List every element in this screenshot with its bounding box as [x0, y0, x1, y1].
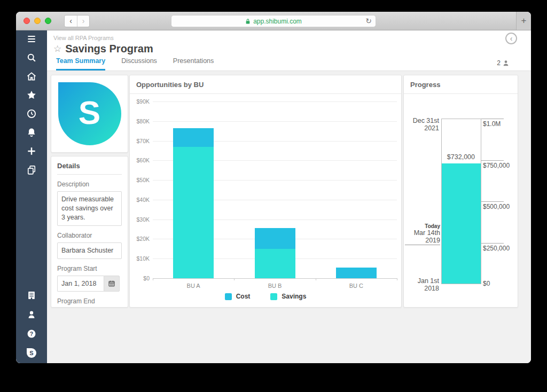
- breadcrumb[interactable]: View all RPA Programs: [53, 35, 531, 41]
- details-heading: Details: [57, 162, 122, 175]
- bar-bu-b-cost[interactable]: [255, 228, 295, 249]
- chart-title: Opportunities by BU: [130, 75, 401, 94]
- timeline-label-bottom: Jan 1st 2018: [404, 277, 439, 292]
- collaborator-field[interactable]: Barbara Schuster: [57, 242, 122, 259]
- legend-swatch-cost: [225, 293, 232, 300]
- progress-scale-label: $1.0M: [483, 120, 501, 128]
- y-axis-label: $70K: [128, 138, 150, 144]
- progress-chart: $732,000$1.0M$750,000$500,000$250,000$0D…: [404, 94, 518, 307]
- progress-scale-label: $0: [483, 280, 490, 287]
- progress-scale-label: $250,000: [483, 245, 510, 252]
- y-axis-label: $30K: [128, 216, 150, 223]
- y-axis-label: $90K: [128, 98, 150, 105]
- bar-bu-a-savings[interactable]: [173, 147, 214, 278]
- x-axis-label: BU A: [172, 283, 215, 289]
- url-text: app.shibumi.com: [253, 18, 302, 25]
- bar-bu-c-cost[interactable]: [336, 268, 377, 278]
- bell-icon[interactable]: [26, 127, 37, 138]
- menu-icon[interactable]: [26, 33, 37, 45]
- tab-team-summary[interactable]: Team Summary: [56, 57, 105, 70]
- browser-nav-buttons: ‹ ›: [64, 15, 90, 27]
- browser-titlebar: ‹ › app.shibumi.com ↻ +: [16, 12, 531, 30]
- today-date: Mar 14th 2019: [405, 229, 440, 244]
- program-start-label: Program Start: [57, 265, 122, 272]
- star-icon[interactable]: [26, 89, 37, 101]
- browser-back-button[interactable]: ‹: [65, 15, 77, 27]
- minimize-button[interactable]: [34, 18, 41, 24]
- legend-label: Savings: [282, 293, 306, 300]
- building-icon[interactable]: [26, 289, 37, 301]
- home-icon[interactable]: [26, 70, 37, 82]
- shibumi-logo: S: [58, 82, 121, 145]
- plus-icon[interactable]: [26, 145, 37, 157]
- browser-forward-button[interactable]: ›: [77, 15, 89, 27]
- x-axis-tick: [397, 278, 397, 280]
- program-start-calendar-button[interactable]: [104, 276, 120, 292]
- program-end-label: Program End: [57, 297, 122, 305]
- tab-discussions[interactable]: Discussions: [121, 57, 157, 70]
- details-panel: Details Description Drive measurable cos…: [51, 156, 128, 308]
- legend-item-cost[interactable]: Cost: [225, 293, 251, 300]
- new-tab-button[interactable]: +: [516, 12, 531, 30]
- bu-chart-plot: $90K$80K$70K$60K$50K$40K$30K$20K$10K$0BU…: [153, 101, 397, 279]
- x-axis-tick: [153, 278, 153, 280]
- today-word: Today: [405, 223, 440, 229]
- progress-scale-tick: [481, 243, 504, 244]
- description-label: Description: [57, 181, 122, 188]
- progress-fill[interactable]: [442, 163, 481, 284]
- close-button[interactable]: [24, 18, 30, 24]
- member-user-icon: [502, 59, 510, 67]
- y-axis-label: $50K: [128, 177, 150, 183]
- progress-bar-outline: [441, 119, 481, 284]
- clock-icon[interactable]: [26, 108, 37, 120]
- chart-plot-area: $90K$80K$70K$60K$50K$40K$30K$20K$10K$0BU…: [130, 94, 401, 307]
- shibumi-icon[interactable]: S: [26, 347, 37, 359]
- y-axis-label: $60K: [128, 157, 150, 163]
- description-field[interactable]: Drive measurable cost savings over 3 yea…: [57, 191, 122, 226]
- progress-title: Progress: [404, 75, 518, 94]
- opportunities-chart-card: Opportunities by BU $90K$80K$70K$60K$50K…: [129, 75, 402, 308]
- traffic-lights: [24, 18, 51, 24]
- tab-presentations[interactable]: Presentations: [173, 57, 214, 70]
- y-axis-label: $20K: [128, 236, 150, 242]
- legend-item-savings[interactable]: Savings: [270, 293, 306, 300]
- address-bar[interactable]: app.shibumi.com ↻: [171, 15, 376, 27]
- legend-label: Cost: [236, 293, 251, 300]
- progress-scale-tick: [481, 160, 504, 161]
- collaborator-label: Collaborator: [57, 232, 122, 239]
- x-axis-tick: [234, 278, 235, 280]
- members-indicator[interactable]: 2: [497, 59, 510, 70]
- progress-value-label: $732,000: [441, 153, 475, 161]
- help-icon[interactable]: ?: [26, 328, 37, 340]
- legend-swatch-savings: [270, 293, 277, 300]
- y-axis-label: $40K: [128, 197, 150, 203]
- copy-icon[interactable]: [26, 164, 37, 176]
- timeline-label-top: Dec 31st 2021: [404, 117, 439, 132]
- search-icon[interactable]: [26, 52, 37, 64]
- x-axis-label: BU B: [254, 283, 296, 289]
- chart-gridline: [153, 121, 397, 122]
- tab-bar: Team Summary Discussions Presentations 2: [47, 55, 531, 71]
- bar-bu-b-savings[interactable]: [255, 249, 295, 278]
- progress-scale-tick: [481, 119, 504, 119]
- user-icon[interactable]: [26, 309, 37, 320]
- fullscreen-button[interactable]: [45, 18, 51, 24]
- y-axis-label: $80K: [128, 118, 150, 124]
- refresh-icon[interactable]: ↻: [365, 17, 372, 25]
- program-logo-card: S: [51, 75, 128, 153]
- progress-scale-tick: [481, 201, 504, 202]
- y-axis-label: $10K: [128, 255, 150, 262]
- x-axis-label: BU C: [335, 283, 378, 289]
- collapse-panel-button[interactable]: ‹: [505, 33, 517, 44]
- favorite-star-icon[interactable]: ☆: [53, 44, 61, 53]
- program-start-field[interactable]: Jan 1, 2018: [57, 276, 104, 292]
- bar-bu-a-cost[interactable]: [173, 128, 214, 147]
- logo-letter: S: [79, 96, 100, 129]
- timeline-today-label: TodayMar 14th 2019: [405, 223, 440, 245]
- page-header: View all RPA Programs ☆ Savings Program …: [47, 30, 531, 55]
- page-title: Savings Program: [65, 43, 153, 55]
- chart-gridline: [153, 101, 397, 102]
- chart-legend: CostSavings: [130, 293, 401, 300]
- browser-window: ‹ › app.shibumi.com ↻ +: [16, 12, 531, 363]
- x-axis-tick: [316, 278, 316, 280]
